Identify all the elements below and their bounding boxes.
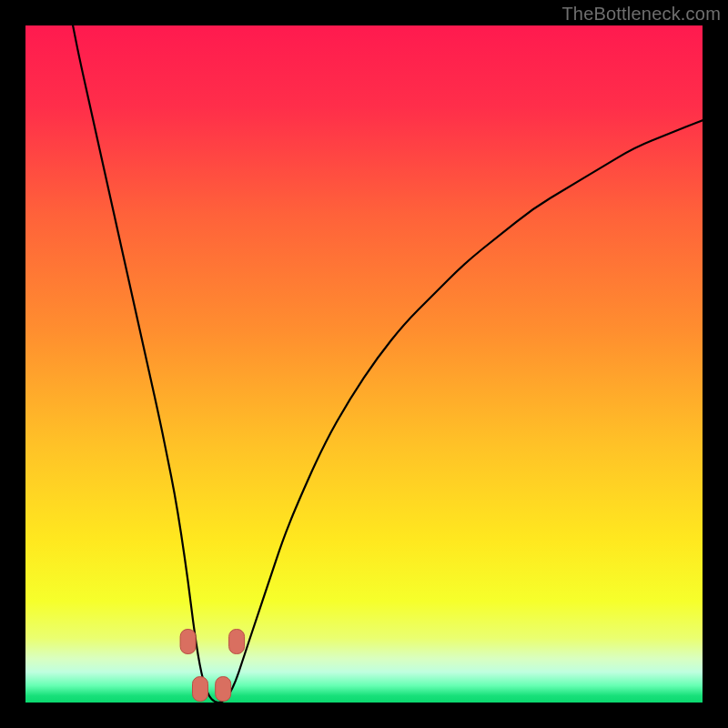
curve-marker [193, 677, 208, 702]
curve-marker [216, 677, 231, 702]
watermark-text: TheBottleneck.com [561, 4, 721, 25]
chart-frame [25, 25, 703, 703]
bottleneck-curve [25, 25, 703, 703]
curve-marker [229, 630, 245, 654]
curve-marker [180, 630, 196, 654]
curve-markers [180, 630, 245, 702]
